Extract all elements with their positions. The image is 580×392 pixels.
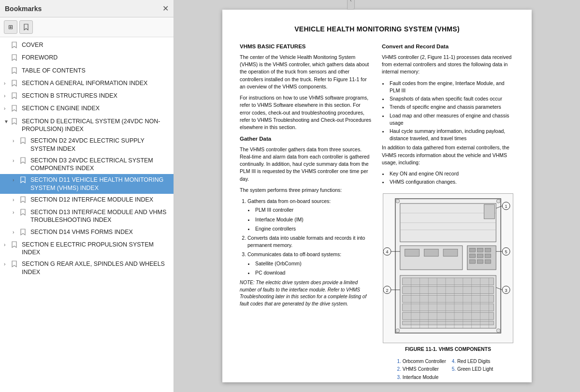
bookmark-item-section-d2[interactable]: ›SECTION D2 24VDC ELECTRIC SUPPLY SYSTEM… [0,135,174,155]
bookmark-label: COVER [22,41,170,49]
svg-point-37 [396,200,400,203]
convert-bullet: Fault codes from the engine, Interface M… [389,80,514,94]
svg-text:3: 3 [505,288,508,293]
primary-functions-list: Gathers data from on-board sources:PLM I… [240,198,372,276]
svg-rect-22 [403,287,494,294]
convert-bullet-list: Fault codes from the engine, Interface M… [382,80,514,143]
bookmark-label: FOREWORD [22,54,170,61]
svg-rect-25 [403,313,494,320]
svg-rect-18 [478,260,483,264]
bookmark-item-section-d3[interactable]: ›SECTION D3 24VDC ELECTRICAL SYSTEM COMP… [0,155,174,174]
bookmark-item-foreword[interactable]: FOREWORD [0,52,174,64]
bookmark-icon [12,54,19,62]
usage-bullet: VHMS configuration changes. [389,178,514,186]
svg-rect-13 [485,248,491,252]
expand-icon: › [13,138,19,144]
svg-point-39 [396,329,400,333]
convert-bullet: Snapshots of data when specific fault co… [389,95,514,102]
svg-rect-7 [405,249,420,257]
basic-features-para2: For instructions on how to use VHMS soft… [240,94,372,131]
svg-rect-5 [484,204,494,219]
bookmark-icon [23,24,29,30]
basic-features-para1: The center of the Vehicle Health Monitor… [240,54,372,90]
legend-cell: 2. VHMS Controller [397,366,452,374]
svg-rect-15 [478,254,483,258]
bookmark-label: SECTION D2 24VDC ELECTRIC SUPPLY SYSTEM … [30,137,170,153]
expand-icon: › [4,105,11,112]
expand-icon: › [13,197,19,203]
bookmark-label: SECTION E ELECTRIC PROPULSION SYSTEM IND… [22,241,170,257]
bookmark-icon [12,80,19,88]
legend-cell: 3. Interface Module [397,374,452,382]
drive-system-note: NOTE: The electric drive system does pro… [240,279,372,307]
vhms-records-para: In addition to data gathered from extern… [382,144,514,166]
bookmark-item-cover[interactable]: COVER [0,39,174,52]
bookmark-label: SECTION A GENERAL INFORMATION INDEX [22,79,170,87]
left-column: VHMS BASIC FEATURES The center of the Ve… [240,43,372,384]
convert-para1: VHMS controller (2, Figure 11-1) process… [382,54,514,76]
expand-icon: › [13,229,19,235]
svg-text:1: 1 [505,204,508,209]
section-basic-features-title: VHMS BASIC FEATURES [240,43,372,51]
svg-rect-9 [443,249,458,257]
sub-bullet-item: PLM III controller [254,206,372,214]
numbered-item-1: Gathers data from on-board sources:PLM I… [247,198,372,232]
bookmark-item-section-d13[interactable]: ›SECTION D13 INTERFACE MODULE AND VHMS T… [0,206,174,226]
vhms-components-figure: 1 2 3 4 [383,193,513,343]
bookmark-item-section-g[interactable]: ›SECTION G REAR AXLE, SPINDLES AND WHEEL… [0,258,174,278]
bookmark-item-section-e[interactable]: ›SECTION E ELECTRIC PROPULSION SYSTEM IN… [0,239,174,259]
bookmark-label: SECTION C ENGINE INDEX [22,104,170,112]
expand-icon: › [4,242,11,248]
bookmark-label: TABLE OF CONTENTS [22,67,170,74]
sidebar-header: Bookmarks ✕ [0,0,174,17]
section-convert-title: Convert and Record Data [382,43,514,51]
bookmark-item-toc[interactable]: TABLE OF CONTENTS [0,65,174,77]
svg-point-40 [496,329,500,333]
bookmark-icon [12,92,19,101]
bookmark-item-section-d11[interactable]: ›SECTION D11 VEHICLE HEALTH MONITORING S… [0,174,174,194]
bookmark-label: SECTION D11 VEHICLE HEALTH MONITORING SY… [30,176,170,192]
svg-text:4: 4 [386,250,388,255]
bookmark-icon [12,42,19,50]
convert-bullet: Trends of specific engine and chassis pa… [389,103,514,111]
legend-cell: 4. Red LED Digits [452,358,499,366]
numbered-item-3: Communicates data to off-board systems:S… [247,251,372,276]
expand-icon: › [4,261,11,267]
svg-rect-24 [403,304,494,311]
svg-rect-23 [403,295,494,303]
document-page: VEHICLE HEALTH MONITORING SYSTEM (VHMS) … [222,10,532,382]
collapse-panel-handle[interactable]: ‹ [347,0,355,10]
bookmark-icon [20,209,28,217]
expand-all-button[interactable]: ⊞ [4,20,17,34]
bookmark-icon [12,241,19,249]
bookmark-item-section-c[interactable]: ›SECTION C ENGINE INDEX [0,102,174,115]
bookmark-item-section-d[interactable]: ▼SECTION D ELECTRICAL SYSTEM (24VDC NON-… [0,116,174,135]
bookmark-icon [20,157,28,165]
expand-icon: ▼ [4,118,11,125]
convert-bullet: Load map and other measures of engine an… [389,112,514,127]
bookmark-item-section-a[interactable]: ›SECTION A GENERAL INFORMATION INDEX [0,77,174,90]
svg-rect-8 [424,249,438,257]
close-button[interactable]: ✕ [162,4,169,13]
svg-text:5: 5 [505,250,508,255]
bookmark-item-section-d12[interactable]: ›SECTION D12 INTERFACE MODULE INDEX [0,194,174,206]
svg-point-38 [496,200,500,203]
sidebar-toolbar: ⊞ [0,17,174,37]
svg-rect-21 [403,278,494,285]
sub-bullet-item: Engine controllers [254,225,372,232]
bookmark-icon [20,196,28,204]
svg-rect-17 [470,260,476,264]
bookmark-view-button[interactable] [19,20,33,34]
bookmark-label: SECTION G REAR AXLE, SPINDLES AND WHEELS… [22,260,170,276]
expand-icon: › [4,80,11,87]
bookmark-item-section-b[interactable]: ›SECTION B STRUCTURES INDEX [0,90,174,102]
svg-rect-11 [470,248,476,252]
bookmark-icon [12,118,19,126]
svg-rect-26 [403,321,494,325]
numbered-item-2: Converts data into usable formats and re… [247,234,372,249]
bookmark-item-section-d14[interactable]: ›SECTION D14 VHMS FORMS INDEX [0,226,174,239]
svg-rect-12 [478,248,483,252]
legend-cell [452,374,499,382]
expand-icon: › [13,177,19,183]
sidebar: Bookmarks ✕ ⊞ COVERFOREWORDTABLE OF CONT… [0,0,174,392]
